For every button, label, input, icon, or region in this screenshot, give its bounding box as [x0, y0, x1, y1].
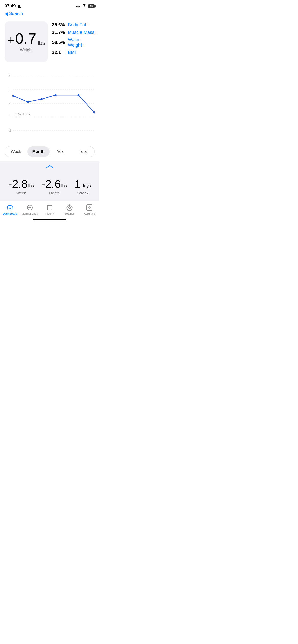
summary-stats: -2.8 lbs Week -2.6 lbs Month 1 days Stre…: [5, 179, 95, 195]
battery-icon: 55: [88, 4, 95, 8]
svg-rect-28: [87, 205, 92, 210]
weight-number: 0.7: [15, 31, 36, 46]
svg-text:6: 6: [9, 74, 11, 78]
tab-appsync-label: AppSync: [84, 212, 95, 215]
chevron-up-button[interactable]: [46, 164, 53, 170]
main-content: + 0.7 lbs Weight 25.6% Body Fat 31.7% Mu…: [0, 19, 99, 70]
svg-text:10% of Goal: 10% of Goal: [15, 113, 31, 116]
tab-manual-entry[interactable]: Manual Entry: [20, 204, 40, 215]
metric-body-fat: 25.6% Body Fat: [52, 22, 95, 28]
bmi-value: 32.1: [52, 50, 65, 55]
weight-card: + 0.7 lbs Weight: [5, 21, 48, 62]
tab-history[interactable]: History: [40, 204, 60, 215]
svg-point-16: [55, 94, 57, 96]
tab-manual-entry-label: Manual Entry: [22, 212, 38, 215]
chart-container: 6 4 2 0 -2 10% of Goal: [0, 70, 99, 142]
week-value-display: -2.8 lbs: [8, 179, 34, 190]
body-fat-label[interactable]: Body Fat: [68, 22, 86, 28]
svg-text:-2: -2: [8, 129, 11, 133]
svg-text:4: 4: [9, 87, 11, 91]
tab-settings-label: Settings: [64, 212, 75, 215]
appsync-icon: [86, 204, 93, 211]
status-bar: 07:49 55: [0, 0, 99, 10]
tab-settings[interactable]: Settings: [60, 204, 79, 215]
streak-value-display: 1 days: [75, 179, 91, 190]
weight-label: Weight: [20, 48, 33, 52]
metric-muscle-mass: 31.7% Muscle Mass: [52, 30, 95, 35]
tab-appsync[interactable]: AppSync: [79, 204, 99, 215]
week-number: -2.8: [8, 179, 28, 190]
svg-rect-32: [90, 208, 91, 209]
month-value-display: -2.6 lbs: [42, 179, 67, 190]
summary-section: -2.8 lbs Week -2.6 lbs Month 1 days Stre…: [0, 174, 99, 201]
settings-icon: [66, 204, 73, 211]
water-weight-value: 58.5%: [52, 40, 65, 45]
tab-history-label: History: [45, 212, 54, 215]
weight-chart: 6 4 2 0 -2 10% of Goal: [5, 70, 95, 141]
weight-display: + 0.7 lbs: [7, 31, 45, 46]
body-fat-value: 25.6%: [52, 22, 65, 28]
svg-point-17: [77, 94, 79, 96]
period-week-button[interactable]: Week: [5, 146, 27, 157]
chevron-up-row: [0, 161, 99, 174]
svg-point-0: [18, 5, 20, 6]
period-selector: Week Month Year Total: [5, 146, 95, 157]
metric-water-weight: 58.5% Water Weight: [52, 37, 95, 48]
period-year-button[interactable]: Year: [50, 146, 72, 157]
dashboard-icon: [6, 204, 13, 211]
svg-text:0: 0: [9, 115, 11, 119]
streak-number: 1: [75, 179, 81, 190]
svg-rect-30: [90, 206, 91, 207]
svg-point-14: [27, 101, 29, 103]
status-time: 07:49: [5, 4, 21, 9]
streak-unit: days: [81, 184, 91, 188]
weight-prefix: +: [7, 34, 15, 46]
period-month-button[interactable]: Month: [27, 146, 50, 157]
month-number: -2.6: [42, 179, 61, 190]
tab-dashboard[interactable]: Dashboard: [0, 204, 20, 215]
metrics-list: 25.6% Body Fat 31.7% Muscle Mass 58.5% W…: [52, 21, 95, 55]
water-weight-label[interactable]: Water Weight: [68, 37, 95, 48]
summary-week: -2.8 lbs Week: [8, 179, 34, 195]
stats-row: + 0.7 lbs Weight 25.6% Body Fat 31.7% Mu…: [5, 21, 95, 62]
svg-point-15: [41, 98, 43, 100]
period-total-button[interactable]: Total: [72, 146, 94, 157]
airplane-icon: [76, 4, 80, 8]
weight-unit: lbs: [38, 40, 45, 46]
back-button[interactable]: ◀ Search: [5, 11, 95, 16]
chevron-up-icon: [46, 164, 53, 169]
month-unit: lbs: [61, 184, 67, 188]
tab-bar: Dashboard Manual Entry History: [0, 201, 99, 217]
metric-bmi: 32.1 BMI: [52, 50, 95, 55]
svg-rect-29: [88, 206, 89, 207]
summary-month: -2.6 lbs Month: [42, 179, 67, 195]
home-indicator: [0, 217, 99, 221]
person-icon: [17, 4, 21, 8]
back-label: Search: [9, 11, 23, 16]
home-bar: [33, 219, 66, 220]
streak-label: Streak: [77, 191, 88, 195]
manual-entry-icon: [26, 204, 33, 211]
svg-text:2: 2: [9, 101, 11, 105]
month-label: Month: [49, 191, 60, 195]
clock: 07:49: [5, 4, 16, 9]
muscle-mass-value: 31.7%: [52, 30, 65, 35]
tab-dashboard-label: Dashboard: [3, 212, 17, 215]
history-icon: [46, 204, 53, 211]
svg-rect-31: [88, 208, 89, 209]
summary-streak: 1 days Streak: [75, 179, 91, 195]
wifi-icon: [82, 4, 87, 8]
week-unit: lbs: [28, 184, 34, 188]
nav-bar: ◀ Search: [0, 10, 99, 19]
svg-point-13: [12, 95, 14, 97]
bmi-label[interactable]: BMI: [68, 50, 76, 55]
week-label: Week: [16, 191, 26, 195]
svg-point-27: [69, 207, 71, 209]
status-icons: 55: [76, 4, 95, 8]
battery-level: 55: [90, 5, 93, 7]
back-chevron-icon: ◀: [5, 11, 8, 16]
muscle-mass-label[interactable]: Muscle Mass: [68, 30, 94, 35]
